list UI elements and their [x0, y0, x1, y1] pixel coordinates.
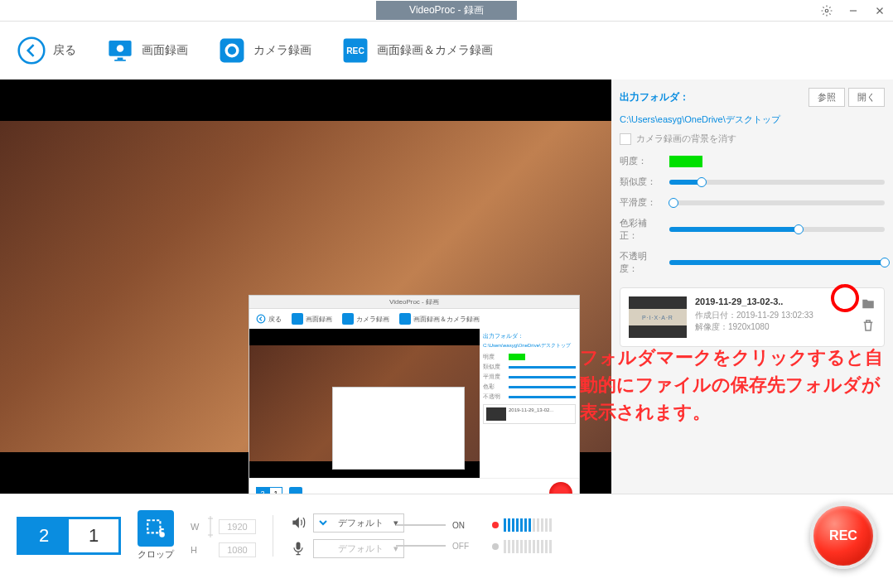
file-card[interactable]: P·I·X·A·R 2019-11-29_13-02-3.. 作成日付：2019… — [620, 287, 885, 347]
color-correct-row: 色彩補正： — [620, 217, 885, 242]
vu-meters — [492, 518, 552, 553]
window-title: VideoProc - 録画 — [376, 1, 517, 20]
audio-group: デフォルト ▾ デフォルト ▾ — [290, 513, 404, 558]
camera-record-button[interactable]: カメラ録画 — [217, 36, 311, 65]
mic-toggle-line — [421, 545, 446, 547]
speaker-indicator — [492, 522, 499, 528]
crop-icon[interactable] — [138, 510, 174, 547]
nested-toolbar: 戻る 画面録画 カメラ録画 画面録画＆カメラ録画 — [249, 309, 579, 329]
file-created: 作成日付：2019-11-29 13:02:33 — [695, 310, 852, 321]
monitor-icon — [105, 36, 135, 65]
nested-window: VideoProc - 録画 戻る 画面録画 カメラ録画 画面録画＆カメラ録画 … — [249, 295, 580, 494]
similarity-slider[interactable] — [669, 180, 885, 185]
preview-area: VideoProc - 録画 戻る 画面録画 カメラ録画 画面録画＆カメラ録画 … — [0, 80, 611, 494]
svg-point-18 — [160, 533, 163, 536]
back-label: 戻る — [53, 43, 76, 58]
monitor-1-button[interactable]: 1 — [69, 519, 118, 552]
browse-button[interactable]: 参照 — [809, 88, 845, 107]
divider — [273, 515, 273, 557]
minimize-button[interactable] — [840, 0, 866, 22]
record-button[interactable]: REC — [810, 503, 876, 569]
camera-icon — [217, 36, 247, 65]
bottom-bar: 2 1 クロップ W 1920 H 1080 デフォルト ▾ — [0, 494, 893, 576]
svg-point-14 — [257, 315, 265, 323]
microphone-icon — [290, 540, 307, 557]
both-record-button[interactable]: REC 画面録画＆カメラ録画 — [340, 36, 493, 65]
speaker-vu-meter — [504, 518, 552, 532]
brightness-row: 明度： — [620, 155, 885, 167]
svg-rect-19 — [297, 542, 301, 550]
svg-point-4 — [19, 38, 45, 64]
svg-rect-15 — [147, 520, 160, 533]
mic-off-label[interactable]: OFF — [452, 542, 475, 551]
color-correct-slider[interactable] — [669, 227, 885, 232]
titlebar: VideoProc - 録画 — [0, 0, 893, 22]
erase-bg-checkbox[interactable] — [620, 133, 631, 145]
main-area: VideoProc - 録画 戻る 画面録画 カメラ録画 画面録画＆カメラ録画 … — [0, 80, 893, 494]
back-button[interactable]: 戻る — [17, 36, 76, 65]
svg-rect-8 — [114, 60, 126, 61]
rec-icon: REC — [340, 36, 370, 65]
delete-icon[interactable] — [861, 318, 876, 333]
screen-record-button[interactable]: 画面録画 — [105, 36, 188, 65]
erase-bg-label: カメラ録画の背景を消す — [636, 133, 736, 145]
brightness-label: 明度： — [620, 155, 661, 167]
output-folder-label: 出力フォルダ： — [620, 90, 805, 104]
height-value[interactable]: 1080 — [219, 542, 256, 557]
svg-rect-7 — [118, 58, 123, 60]
sidebar: 出力フォルダ： 参照 開く C:\Users\easyg\OneDrive\デス… — [611, 80, 893, 494]
smoothness-slider[interactable] — [669, 200, 885, 205]
folder-icon[interactable] — [861, 296, 876, 311]
toolbar: 戻る 画面録画 カメラ録画 REC 画面録画＆カメラ録画 — [0, 22, 893, 80]
monitor-selector: 2 1 — [17, 517, 121, 555]
brightness-swatch[interactable] — [669, 156, 702, 167]
crop-group: クロップ — [138, 510, 174, 561]
opacity-slider[interactable] — [669, 260, 885, 265]
window-controls — [813, 0, 893, 22]
svg-point-0 — [825, 9, 828, 12]
output-header: 出力フォルダ： 参照 開く — [620, 88, 885, 107]
mic-select[interactable]: デフォルト ▾ — [313, 539, 404, 558]
opacity-row: 不透明度： — [620, 250, 885, 275]
file-name: 2019-11-29_13-02-3.. — [695, 296, 852, 306]
speaker-icon — [290, 514, 307, 531]
svg-point-6 — [117, 45, 124, 52]
close-button[interactable] — [866, 0, 893, 22]
opacity-label: 不透明度： — [620, 250, 661, 275]
file-info: 2019-11-29_13-02-3.. 作成日付：2019-11-29 13:… — [695, 296, 852, 338]
speaker-toggle-line — [421, 524, 446, 526]
crop-label: クロップ — [138, 548, 174, 561]
camera-record-label: カメラ録画 — [253, 43, 311, 58]
width-label: W — [191, 522, 202, 532]
similarity-row: 類似度： — [620, 176, 885, 188]
link-icon[interactable] — [205, 514, 215, 539]
settings-icon[interactable] — [813, 0, 840, 22]
erase-bg-row[interactable]: カメラ録画の背景を消す — [620, 133, 885, 145]
output-path[interactable]: C:\Users\easyg\OneDrive\デスクトップ — [620, 113, 885, 126]
width-value[interactable]: 1920 — [219, 519, 256, 534]
nested-titlebar: VideoProc - 録画 — [249, 296, 579, 309]
dimensions-group: W 1920 H 1080 — [191, 514, 256, 557]
height-label: H — [191, 545, 202, 555]
file-thumbnail: P·I·X·A·R — [629, 296, 687, 338]
svg-point-11 — [228, 46, 236, 55]
color-correct-label: 色彩補正： — [620, 217, 661, 242]
smoothness-label: 平滑度： — [620, 196, 661, 209]
speaker-select[interactable]: デフォルト ▾ — [313, 513, 404, 533]
similarity-label: 類似度： — [620, 176, 661, 188]
mic-vu-meter — [504, 540, 552, 553]
speaker-on-label[interactable]: ON — [452, 521, 475, 530]
file-resolution: 解像度：1920x1080 — [695, 321, 852, 333]
back-icon — [17, 36, 46, 65]
open-button[interactable]: 開く — [848, 88, 885, 107]
mic-indicator — [492, 543, 499, 550]
both-record-label: 画面録画＆カメラ録画 — [377, 43, 493, 58]
smoothness-row: 平滑度： — [620, 196, 885, 209]
screen-record-label: 画面録画 — [142, 43, 188, 58]
svg-text:REC: REC — [346, 46, 364, 55]
monitor-2-button[interactable]: 2 — [19, 519, 69, 552]
